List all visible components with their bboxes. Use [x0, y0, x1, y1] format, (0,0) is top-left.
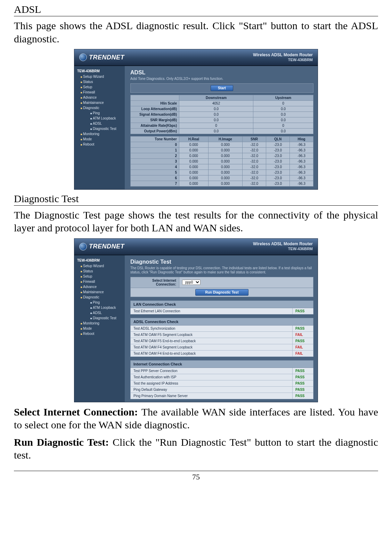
metrics-row: SNR Margin(dB)0.00.0 [131, 117, 313, 123]
tone-himage: 0.000 [208, 142, 242, 147]
inet-section-header: Internet Connection Check [130, 360, 313, 368]
metrics-downstream: 0.0 [179, 128, 253, 134]
nav-root-2[interactable]: TEW-436BRM [76, 257, 125, 263]
nav-atm-loopback-2[interactable]: ATM Loopback [85, 305, 125, 310]
metrics-downstream: 0.0 [179, 106, 253, 112]
nav-maintainance[interactable]: Maintainance [76, 100, 125, 105]
metrics-row: Output Power(dBm)0.00.0 [131, 128, 313, 134]
label-run-diag: Run Diagnostic Test: [14, 436, 113, 448]
nav-diagnostic[interactable]: Diagnostic [76, 105, 125, 110]
brand-text-2: TRENDNET [89, 243, 124, 250]
inet-row-result: PASS [292, 380, 313, 386]
nav-ping-2[interactable]: Ping [85, 300, 125, 305]
tone-hlog: -96.3 [290, 181, 313, 186]
nav-setup-wizard[interactable]: Setup Wizard [76, 74, 125, 79]
nav-firewall-2[interactable]: Firewall [76, 279, 125, 284]
tone-hlog: -96.3 [290, 170, 313, 175]
inet-row-label: Ping Primary Domain Name Server [131, 393, 292, 399]
nav-status-2[interactable]: Status [76, 269, 125, 274]
nav-atm-loopback[interactable]: ATM Loopback [85, 116, 125, 121]
nav-firewall[interactable]: Firewall [76, 90, 125, 95]
router-product: Wireless ADSL Modem Router TEW-436BRM [253, 53, 313, 62]
heading-adsl: ADSL [14, 3, 378, 16]
tone-himage: 0.000 [208, 181, 242, 186]
nav-diagnostic-test-2[interactable]: Diagnostic Test [85, 315, 125, 321]
tone-himage: 0.000 [208, 153, 242, 158]
col-tone-number: Tone Number [131, 136, 179, 142]
run-diag-row: Run Diagnostic Test [130, 288, 313, 297]
col-hlog: Hlog [290, 136, 313, 142]
tone-snr: -32.0 [243, 142, 266, 147]
adsl-tone-table: Tone Number H.Real H.Image SNR QLN Hlog … [130, 136, 313, 187]
col-upstream: Upstream [253, 95, 313, 100]
metrics-upstream: 0 [253, 123, 313, 128]
tone-hlog: -96.3 [290, 142, 313, 147]
metrics-row-label: Hlin Scale [131, 100, 179, 106]
tone-number: 0 [131, 142, 179, 147]
adsl-row-result: FAIL [292, 344, 313, 350]
router-brand: TRENDNET [79, 54, 124, 61]
inet-row-result: PASS [292, 368, 313, 374]
adsl-row-result: FAIL [292, 351, 313, 356]
tone-hlog: -96.3 [290, 164, 313, 170]
nav-adsl-2[interactable]: ADSL [85, 310, 125, 315]
nav-reboot-2[interactable]: Reboot [76, 331, 125, 336]
nav-adsl[interactable]: ADSL [85, 121, 125, 126]
panel-desc-diag: The DSL Router is capable of testing you… [130, 266, 313, 275]
inet-row-label: Test Authentication with ISP [131, 374, 292, 380]
start-button[interactable]: Start [211, 85, 233, 91]
col-downstream: Downstream [179, 95, 253, 100]
product-line2: TEW-436BRM [253, 58, 313, 62]
nav-mode-2[interactable]: Mode [76, 326, 125, 331]
tone-himage: 0.000 [208, 175, 242, 181]
adsl-row-result: PASS [292, 326, 313, 331]
adsl-row: Test ATM OAM F5 End-to-end LoopbackPASS [130, 338, 313, 344]
tone-hreal: 0.000 [179, 170, 209, 175]
metrics-row: Hlin Scale40520 [131, 100, 313, 106]
tone-number: 6 [131, 175, 179, 181]
tone-row: 50.0000.000-32.0-23.0-96.3 [131, 170, 313, 175]
nav-diagnostic-2[interactable]: Diagnostic [76, 295, 125, 300]
col-snr: SNR [243, 136, 266, 142]
nav-monitoring-2[interactable]: Monitoring [76, 321, 125, 326]
nav-monitoring[interactable]: Monitoring [76, 131, 125, 137]
nav-root[interactable]: TEW-436BRM [76, 68, 125, 74]
tone-snr: -32.0 [243, 153, 266, 158]
nav-advance-2[interactable]: Advance [76, 284, 125, 289]
lan-row: Test Ethernet LAN ConnectionPASS [130, 308, 313, 314]
tone-hreal: 0.000 [179, 164, 209, 170]
nav-mode[interactable]: Mode [76, 137, 125, 142]
nav-setup-2[interactable]: Setup [76, 274, 125, 279]
brand-text: TRENDNET [89, 54, 124, 61]
paragraph-diag-intro: The Diagnostic Test page shows the test … [14, 208, 378, 235]
tone-qln: -23.0 [266, 181, 290, 186]
col-himage: H.Image [208, 136, 242, 142]
nav-status[interactable]: Status [76, 79, 125, 84]
tone-number: 2 [131, 153, 179, 158]
adsl-section-header: ADSL Connection Check [130, 318, 313, 326]
product-line1-2: Wireless ADSL Modem Router [253, 242, 313, 247]
nav-reboot[interactable]: Reboot [76, 142, 125, 147]
paragraph-run-diag: Run Diagnostic Test: Click the "Run Diag… [14, 436, 378, 462]
metrics-upstream: 0.0 [253, 128, 313, 134]
tone-hreal: 0.000 [179, 158, 209, 164]
start-button-row: Start [130, 83, 313, 93]
lan-row-label: Test Ethernet LAN Connection [131, 308, 292, 314]
heading-diagnostic-test: Diagnostic Test [14, 193, 378, 206]
tone-snr: -32.0 [243, 147, 266, 153]
tone-qln: -23.0 [266, 164, 290, 170]
tone-hreal: 0.000 [179, 147, 209, 153]
select-connection[interactable]: ppp0 [182, 280, 201, 285]
metrics-row: Attainable Rate(Kbps)00 [131, 123, 313, 128]
tone-hlog: -96.3 [290, 153, 313, 158]
nav-ping[interactable]: Ping [85, 110, 125, 116]
adsl-row-label: Test ATM OAM F5 Segment Loopback [131, 332, 292, 338]
run-diagnostic-button[interactable]: Run Diagnostic Test [195, 289, 249, 296]
nav-diagnostic-test[interactable]: Diagnostic Test [85, 126, 125, 131]
adsl-row-label: Test ADSL Synchronization [131, 326, 292, 331]
nav-advance[interactable]: Advance [76, 95, 125, 100]
nav-setup[interactable]: Setup [76, 84, 125, 90]
nav-maintainance-2[interactable]: Maintainance [76, 289, 125, 295]
nav-setup-wizard-2[interactable]: Setup Wizard [76, 263, 125, 269]
router-nav-2: TEW-436BRM Setup Wizard Status Setup Fir… [74, 255, 125, 402]
